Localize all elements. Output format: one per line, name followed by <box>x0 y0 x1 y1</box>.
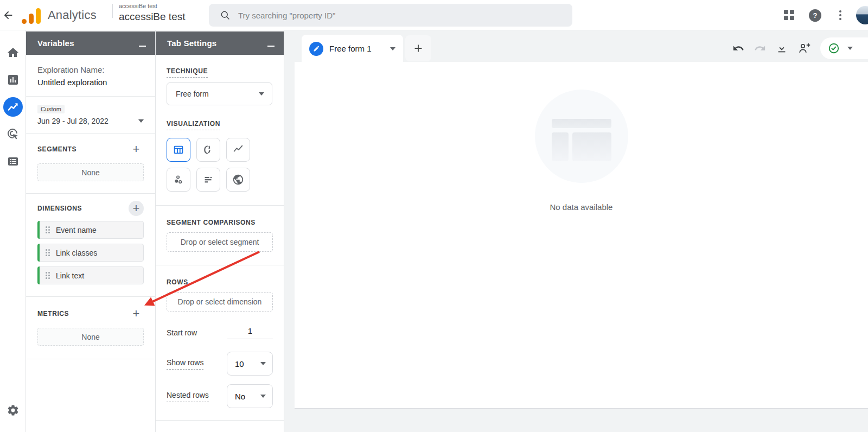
no-data-message: No data available <box>550 202 613 212</box>
search-icon <box>220 10 231 21</box>
viz-geo-button[interactable] <box>226 168 250 192</box>
segments-empty-dropzone[interactable]: None <box>37 163 144 181</box>
top-bar: Analytics accessiBe test accessiBe test … <box>0 0 868 30</box>
rows-section: ROWS Drop or select dimension Start row … <box>156 265 284 421</box>
exploration-name-value[interactable]: Untitled exploration <box>37 78 144 87</box>
segment-comparisons-label: SEGMENT COMPARISONS <box>167 219 256 226</box>
dimensions-label: DIMENSIONS <box>37 205 82 212</box>
variables-minimize-button[interactable] <box>138 39 148 48</box>
visualization-label: VISUALIZATION <box>167 120 220 130</box>
dimension-chip-label: Event name <box>56 226 97 234</box>
dimension-chip[interactable]: Event name <box>37 221 144 239</box>
back-arrow-icon <box>2 9 14 21</box>
exploration-workarea: Free form 1 <box>284 30 868 432</box>
dimension-chip[interactable]: Link classes <box>37 244 144 262</box>
status-pill[interactable] <box>820 37 868 59</box>
back-button[interactable] <box>1 9 15 23</box>
scatter-chart-icon <box>173 174 184 186</box>
show-rows-select[interactable]: 10 <box>227 352 273 376</box>
technique-label: TECHNIQUE <box>167 67 208 78</box>
viz-donut-button[interactable] <box>196 138 220 162</box>
tab-settings-panel: Tab Settings TECHNIQUE Free form VISUALI… <box>156 30 284 432</box>
donut-chart-icon <box>202 144 214 156</box>
variables-panel-header: Variables <box>26 31 155 55</box>
tab-settings-minimize-button[interactable] <box>266 39 276 48</box>
tab-chevron-down-icon[interactable] <box>390 47 395 50</box>
property-switcher[interactable]: accessiBe test accessiBe test <box>119 2 186 24</box>
kebab-menu-icon <box>835 10 845 20</box>
technique-select[interactable]: Free form <box>167 82 272 105</box>
share-button[interactable] <box>797 42 810 55</box>
nested-rows-select[interactable]: No <box>227 384 273 408</box>
sidebar-item-library[interactable] <box>3 151 23 171</box>
sidebar-item-advertising[interactable] <box>3 124 23 144</box>
chevron-down-icon <box>138 119 144 123</box>
property-name: accessiBe test <box>119 10 186 24</box>
redo-button[interactable] <box>754 42 766 54</box>
drag-handle-icon[interactable] <box>46 272 50 279</box>
rows-dropzone[interactable]: Drop or select dimension <box>167 292 273 312</box>
viz-scatter-button[interactable] <box>167 168 190 192</box>
segment-comparisons-section: SEGMENT COMPARISONS Drop or select segme… <box>156 206 284 265</box>
download-button[interactable] <box>776 42 788 54</box>
dimensions-section: DIMENSIONS + Event name Link classes Lin… <box>26 194 155 297</box>
account-avatar-button[interactable] <box>856 6 868 24</box>
sidebar-item-reports[interactable] <box>3 70 23 90</box>
date-range-value: Jun 29 - Jul 28, 2022 <box>37 117 108 125</box>
check-circle-icon <box>828 42 840 54</box>
table-chart-icon <box>173 144 184 156</box>
topbar-divider <box>112 4 113 18</box>
home-icon <box>7 46 20 59</box>
tab-settings-title: Tab Settings <box>167 39 216 48</box>
segments-section: SEGMENTS + None <box>26 134 155 194</box>
viz-table-button[interactable] <box>167 138 190 162</box>
more-options-button[interactable] <box>835 10 856 20</box>
product-name: Analytics <box>48 8 97 22</box>
add-dimension-button[interactable]: + <box>129 201 144 216</box>
library-icon <box>7 155 20 168</box>
help-button[interactable]: ? <box>809 9 835 22</box>
status-chevron-down-icon <box>847 47 853 50</box>
add-segment-button[interactable]: + <box>129 142 144 157</box>
search-input[interactable] <box>238 11 572 20</box>
nested-rows-value: No <box>235 392 245 401</box>
line-chart-icon <box>232 144 244 156</box>
account-name: accessiBe test <box>119 2 186 10</box>
metrics-empty-dropzone[interactable]: None <box>37 328 144 346</box>
advertising-icon <box>7 128 20 141</box>
segment-comparisons-dropzone[interactable]: Drop or select segment <box>167 232 273 252</box>
dimension-chip[interactable]: Link text <box>37 266 144 284</box>
avatar <box>856 6 868 24</box>
left-nav-rail <box>0 30 26 432</box>
dimension-chip-label: Link classes <box>56 249 97 257</box>
chevron-down-icon <box>260 395 266 398</box>
drag-handle-icon[interactable] <box>46 249 50 256</box>
sidebar-item-explore[interactable] <box>3 97 23 117</box>
drag-handle-icon[interactable] <box>46 226 50 233</box>
sidebar-item-admin[interactable] <box>3 401 23 420</box>
search-bar[interactable] <box>209 4 572 27</box>
visualization-canvas: No data available <box>295 62 868 409</box>
brand: Analytics <box>22 5 97 25</box>
canvas-toolbar <box>732 37 868 59</box>
sidebar-item-home[interactable] <box>3 43 23 62</box>
columns-section: COLUMNS <box>156 421 284 432</box>
add-tab-button[interactable] <box>405 35 431 61</box>
segments-label: SEGMENTS <box>37 145 76 153</box>
apps-grid-button[interactable] <box>784 10 809 21</box>
topbar-actions: ? <box>784 0 868 30</box>
date-range-selector[interactable]: Custom Jun 29 - Jul 28, 2022 <box>26 97 155 134</box>
add-metric-button[interactable]: + <box>129 306 144 321</box>
analytics-logo-icon <box>22 5 42 25</box>
undo-icon <box>732 42 744 54</box>
plus-icon <box>412 42 424 54</box>
undo-button[interactable] <box>732 42 744 54</box>
explore-icon <box>3 97 23 117</box>
exploration-name-section: Exploration Name: Untitled exploration <box>26 55 155 97</box>
metrics-section: METRICS + None <box>26 297 155 359</box>
viz-bar-button[interactable] <box>196 168 220 192</box>
viz-line-button[interactable] <box>226 138 250 162</box>
technique-value: Free form <box>176 90 209 98</box>
tab-free-form-1[interactable]: Free form 1 <box>302 35 403 62</box>
start-row-input[interactable] <box>227 326 273 339</box>
